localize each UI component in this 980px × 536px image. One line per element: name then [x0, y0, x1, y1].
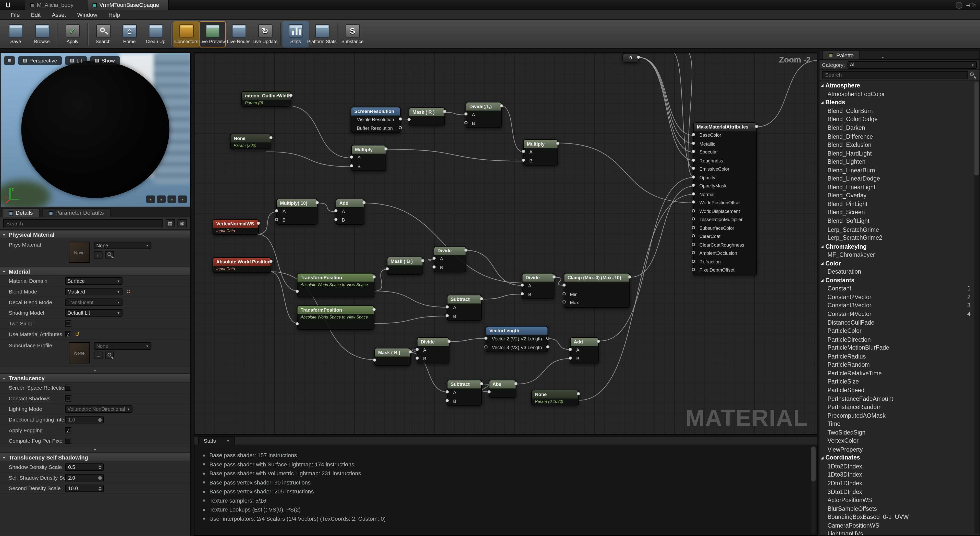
material-graph[interactable]: Zoom -2 MATERIAL 0mtoon_OutlineWidthPara…: [194, 52, 818, 435]
dropdown-material-domain[interactable]: Surface▼: [65, 277, 123, 285]
details-search-input[interactable]: [3, 219, 163, 227]
menu-file[interactable]: File: [5, 11, 25, 17]
palette-item-constant4vector[interactable]: Constant4Vector4: [819, 309, 974, 318]
output-pin[interactable]: [577, 392, 580, 395]
toolbar-live-update[interactable]: ↻Live Update: [252, 21, 278, 47]
palette-category-atmosphere[interactable]: ◢Atmosphere: [819, 81, 974, 89]
spin-up-icon[interactable]: [98, 486, 102, 488]
output-pin[interactable]: [269, 260, 272, 263]
expand-advanced-button[interactable]: ▼: [0, 367, 190, 373]
palette-item-twosidedsign[interactable]: TwoSidedSign: [819, 428, 974, 436]
palette-item-blend-colordodge[interactable]: Blend_ColorDodge: [819, 115, 974, 124]
tab-parameter-defaults[interactable]: Parameter Defaults: [41, 208, 111, 217]
graph-node-subtract[interactable]: SubtractAB: [447, 295, 482, 321]
reset-to-default-button[interactable]: ↺: [126, 289, 131, 295]
palette-item-vertexcolor[interactable]: VertexColor: [819, 436, 974, 445]
input-pin[interactable]: [416, 357, 419, 360]
palette-item-perinstancefadeamount[interactable]: PerInstanceFadeAmount: [819, 394, 974, 403]
spin-up-icon[interactable]: [98, 465, 102, 467]
dropdown-blend-mode[interactable]: Masked▼: [65, 288, 123, 295]
palette-item-particlecolor[interactable]: ParticleColor: [819, 327, 974, 335]
input-pin[interactable]: [433, 257, 436, 260]
palette-category-blends[interactable]: ◢Blends: [819, 98, 974, 106]
window-tab-vrmmtoonbaseopaque[interactable]: VrmMToonBaseOpaque: [88, 0, 169, 10]
palette-scrollbar[interactable]: [974, 82, 979, 534]
input-pin[interactable]: [692, 150, 695, 153]
graph-node-mtoon-outlinewidth[interactable]: mtoon_OutlineWidthParam (0): [241, 91, 291, 107]
graph-node-multiply[interactable]: MultiplyAB: [523, 139, 558, 165]
output-pin[interactable]: [480, 297, 483, 300]
input-pin[interactable]: [692, 184, 695, 187]
palette-item-particlespeed[interactable]: ParticleSpeed: [819, 386, 974, 394]
graph-node-transformposition[interactable]: TransformPositionAbsolute World Space to…: [297, 273, 374, 297]
spin-down-icon[interactable]: [98, 488, 102, 490]
input-pin[interactable]: [465, 113, 468, 116]
palette-item-viewproperty[interactable]: ViewProperty: [819, 445, 974, 454]
graph-node-add[interactable]: AddAB: [570, 337, 599, 363]
input-pin[interactable]: [692, 141, 695, 144]
palette-item-mf-chromakeyer[interactable]: MF_Chromakeyer: [819, 251, 974, 259]
output-pin[interactable]: [552, 275, 555, 279]
tab-palette[interactable]: Palette: [822, 51, 860, 59]
palette-item-blend-hardlight[interactable]: Blend_HardLight: [819, 149, 974, 157]
palette-search-input[interactable]: [822, 71, 968, 79]
close-button[interactable]: ×: [973, 2, 976, 8]
toolbar-search[interactable]: Search: [90, 21, 116, 47]
toolbar-substance[interactable]: SSubstance: [339, 21, 366, 47]
input-pin[interactable]: [296, 322, 299, 325]
input-pin[interactable]: [692, 159, 695, 162]
viewport-tool-button-3[interactable]: ▪: [167, 195, 176, 203]
graph-node-divide-1[interactable]: Divide(,1,)AB: [466, 102, 502, 128]
palette-item-constant[interactable]: Constant1: [819, 284, 974, 293]
palette-item-1dto3dindex[interactable]: 1Dto3DIndex: [819, 470, 974, 479]
palette-item-blend-screen[interactable]: Blend_Screen: [819, 208, 974, 217]
input-pin[interactable]: [350, 164, 353, 167]
input-pin[interactable]: [563, 284, 566, 287]
maximize-button[interactable]: □: [969, 2, 973, 8]
output-pin[interactable]: [628, 275, 631, 279]
input-pin[interactable]: [692, 167, 695, 170]
palette-category-coordinates[interactable]: ◢Coordinates: [819, 454, 974, 462]
palette-item-blend-overlay[interactable]: Blend_Overlay: [819, 191, 974, 200]
menu-asset[interactable]: Asset: [46, 11, 72, 17]
browse-asset-button[interactable]: [105, 352, 114, 359]
palette-item-particlesize[interactable]: ParticleSize: [819, 377, 974, 386]
palette-item-desaturation[interactable]: Desaturation: [819, 267, 974, 276]
input-pin[interactable]: [692, 234, 695, 238]
output-pin[interactable]: [556, 142, 559, 145]
graph-node-multiply-10[interactable]: Multiply(,10)AB: [276, 199, 318, 225]
preview-viewport[interactable]: ≡PerspectiveLitShow ▪▪▪▪ z x: [0, 52, 191, 207]
input-pin[interactable]: [350, 155, 353, 159]
input-pin[interactable]: [275, 209, 278, 212]
browse-asset-button[interactable]: [105, 251, 114, 258]
menu-window[interactable]: Window: [72, 11, 103, 17]
palette-item-particlerelativetime[interactable]: ParticleRelativeTime: [819, 369, 974, 377]
use-selected-asset-button[interactable]: ←: [94, 251, 102, 258]
toolbar-live-preview[interactable]: Live Preview: [199, 21, 226, 47]
output-pin[interactable]: [514, 382, 517, 385]
input-pin[interactable]: [445, 399, 449, 402]
input-pin[interactable]: [484, 337, 487, 340]
palette-item-actorpositionws[interactable]: ActorPositionWS: [819, 496, 974, 504]
input-pin[interactable]: [692, 192, 695, 195]
dropdown-lighting-mode[interactable]: Volumetric NonDirectional▼: [65, 405, 132, 412]
palette-item-blend-difference[interactable]: Blend_Difference: [819, 132, 974, 140]
palette-item-blend-darken[interactable]: Blend_Darken: [819, 124, 974, 132]
palette-item-boundingboxbased-0-1-uvw[interactable]: BoundingBoxBased_0-1_UVW: [819, 512, 974, 521]
palette-category-color[interactable]: ◢Color: [819, 259, 974, 267]
toolbar-platform-stats[interactable]: Platform Stats: [309, 21, 335, 47]
palette-item-blend-linearlight[interactable]: Blend_LinearLight: [819, 182, 974, 191]
tab-options-chevron-icon[interactable]: ▼: [881, 56, 884, 59]
palette-item-lerp-scratchgrime2[interactable]: Lerp_ScratchGrime2: [819, 233, 974, 242]
input-pin[interactable]: [275, 218, 278, 221]
input-pin[interactable]: [484, 345, 487, 348]
input-pin[interactable]: [569, 348, 572, 351]
input-pin[interactable]: [334, 209, 337, 212]
input-pin[interactable]: [692, 226, 695, 229]
spin-down-icon[interactable]: [98, 468, 102, 469]
use-selected-asset-button[interactable]: ←: [94, 352, 102, 359]
input-pin[interactable]: [692, 251, 695, 254]
category-dropdown[interactable]: All ▼: [847, 61, 977, 68]
dropdown-subsurface-profile[interactable]: None▼: [94, 342, 151, 350]
toolbar-live-nodes[interactable]: Live Nodes: [226, 21, 252, 47]
